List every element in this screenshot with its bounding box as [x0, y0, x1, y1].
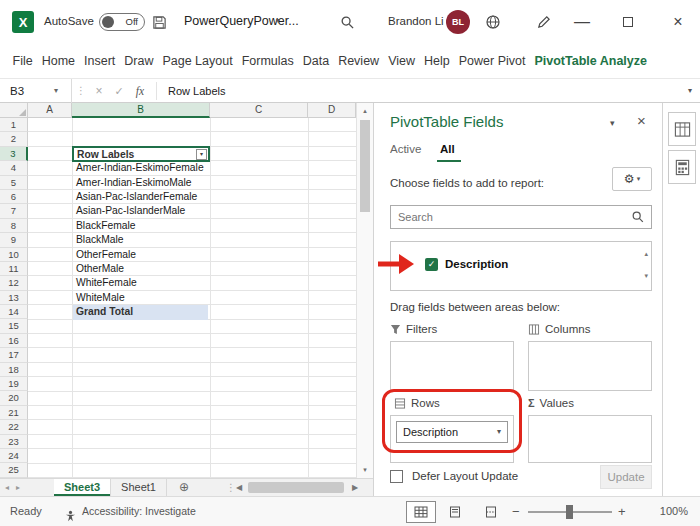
hscroll-right-icon[interactable]: ▶ — [352, 479, 358, 496]
side-strip-button-2[interactable] — [668, 150, 696, 184]
zoom-out-icon[interactable]: − — [512, 497, 520, 526]
scroll-down-icon[interactable]: ▾ — [357, 463, 373, 477]
expand-formula-bar-icon[interactable]: ▾ — [688, 79, 692, 103]
search-icon[interactable] — [338, 13, 356, 31]
row-header-23[interactable]: 23 — [0, 435, 28, 449]
document-title[interactable]: PowerQueryPower... — [184, 14, 299, 28]
pen-icon[interactable] — [534, 13, 552, 31]
hscroll-left-icon[interactable]: ◀ — [236, 479, 242, 496]
cell-b12[interactable]: WhiteFemale — [73, 276, 208, 290]
field-item-description[interactable]: ✓ Description — [391, 252, 637, 276]
zoom-slider-thumb[interactable] — [566, 505, 573, 519]
row-header-14[interactable]: 14 — [0, 305, 28, 319]
horizontal-scrollbar-thumb[interactable] — [248, 482, 344, 493]
row-header-19[interactable]: 19 — [0, 377, 28, 391]
ribbon-tab-pivottable-analyze[interactable]: PivotTable Analyze — [530, 54, 652, 68]
cell-area[interactable]: Row Labels ▾ Amer-Indian-EskimoFemale Am… — [28, 118, 356, 478]
name-box-chevron-icon[interactable]: ▾ — [54, 79, 58, 103]
rows-field-dropdown[interactable]: Description ▾ — [396, 421, 508, 443]
row-header-2[interactable]: 2 — [0, 132, 28, 146]
ribbon-tab-insert[interactable]: Insert — [80, 54, 120, 68]
defer-layout-checkbox[interactable] — [390, 470, 403, 483]
cell-b13[interactable]: WhiteMale — [73, 291, 208, 305]
field-checkbox-checked[interactable]: ✓ — [425, 258, 438, 271]
side-strip-button-1[interactable] — [668, 112, 696, 146]
row-header-25[interactable]: 25 — [0, 463, 28, 477]
values-drop-area[interactable] — [528, 415, 652, 463]
accessibility-status[interactable]: Accessibility: Investigate — [82, 497, 196, 526]
sheet-tab-sheet1[interactable]: Sheet1 — [111, 479, 167, 496]
cell-b5[interactable]: Amer-Indian-EskimoMale — [73, 176, 208, 190]
pane-tab-all[interactable]: All — [440, 143, 455, 155]
row-header-6[interactable]: 6 — [0, 190, 28, 204]
new-sheet-icon[interactable]: ⊕ — [179, 479, 189, 496]
vertical-scrollbar-thumb[interactable] — [360, 120, 370, 212]
field-list-scroll-up-icon[interactable]: ▴ — [644, 250, 648, 258]
filter-dropdown-icon[interactable]: ▾ — [196, 149, 207, 160]
save-icon[interactable] — [150, 13, 168, 31]
cell-b11[interactable]: OtherMale — [73, 262, 208, 276]
cell-b6[interactable]: Asian-Pac-IslanderFemale — [73, 190, 208, 204]
cancel-icon[interactable]: × — [92, 79, 106, 103]
search-input[interactable] — [398, 207, 623, 227]
autosave-toggle[interactable]: Off — [99, 13, 145, 31]
pane-close-icon[interactable]: × — [637, 112, 646, 129]
excel-logo-icon[interactable]: X — [12, 11, 34, 33]
ribbon-tab-help[interactable]: Help — [420, 54, 455, 68]
dropdown-chevron-icon[interactable]: ▾ — [497, 422, 501, 442]
zoom-level[interactable]: 100% — [660, 497, 688, 526]
row-header-12[interactable]: 12 — [0, 276, 28, 290]
sheet-tab-sheet3[interactable]: Sheet3 — [54, 479, 111, 496]
row-header-3[interactable]: 3 — [0, 147, 28, 161]
row-header-16[interactable]: 16 — [0, 334, 28, 348]
column-header-c[interactable]: C — [210, 103, 308, 118]
close-button[interactable]: × — [662, 0, 694, 44]
ribbon-tab-data[interactable]: Data — [298, 54, 333, 68]
cell-b8[interactable]: BlackFemale — [73, 219, 208, 233]
row-header-11[interactable]: 11 — [0, 262, 28, 276]
select-all-corner[interactable] — [0, 103, 28, 118]
row-header-4[interactable]: 4 — [0, 161, 28, 175]
ribbon-tab-formulas[interactable]: Formulas — [237, 54, 298, 68]
cell-b14-grand-total[interactable]: Grand Total — [73, 305, 208, 319]
field-search-box[interactable] — [390, 205, 652, 229]
row-header-13[interactable]: 13 — [0, 291, 28, 305]
row-header-20[interactable]: 20 — [0, 391, 28, 405]
cell-b4[interactable]: Amer-Indian-EskimoFemale — [73, 161, 208, 175]
row-header-9[interactable]: 9 — [0, 233, 28, 247]
row-header-17[interactable]: 17 — [0, 348, 28, 362]
column-header-b[interactable]: B — [72, 103, 210, 118]
row-header-15[interactable]: 15 — [0, 319, 28, 333]
update-button[interactable]: Update — [600, 465, 652, 489]
normal-view-button[interactable] — [406, 501, 436, 523]
field-list-scroll-down-icon[interactable]: ▾ — [644, 272, 648, 280]
search-icon[interactable] — [631, 210, 645, 228]
row-header-22[interactable]: 22 — [0, 420, 28, 434]
row-header-18[interactable]: 18 — [0, 363, 28, 377]
row-header-7[interactable]: 7 — [0, 204, 28, 218]
sheet-nav-right-icon[interactable]: ▸ — [16, 479, 20, 496]
ribbon-tab-power-pivot[interactable]: Power Pivot — [454, 54, 530, 68]
tools-button[interactable]: ⚙ ▾ — [612, 167, 652, 191]
cell-b10[interactable]: OtherFemale — [73, 248, 208, 262]
tab-splitter-icon[interactable]: ⋮ — [226, 479, 236, 496]
vertical-scrollbar[interactable]: ▴ ▾ — [356, 103, 373, 478]
name-box[interactable]: B3 — [0, 79, 72, 103]
sheet-nav-left-icon[interactable]: ◂ — [5, 479, 9, 496]
ribbon-tab-review[interactable]: Review — [334, 54, 384, 68]
column-header-a[interactable]: A — [28, 103, 72, 118]
ribbon-tab-view[interactable]: View — [384, 54, 420, 68]
ribbon-tab-file[interactable]: File — [8, 54, 37, 68]
row-header-10[interactable]: 10 — [0, 248, 28, 262]
row-header-24[interactable]: 24 — [0, 449, 28, 463]
maximize-button[interactable] — [612, 0, 644, 44]
insert-function-icon[interactable]: fx — [132, 79, 148, 103]
ribbon-tab-page-layout[interactable]: Page Layout — [158, 54, 237, 68]
row-header-21[interactable]: 21 — [0, 406, 28, 420]
ribbon-tab-draw[interactable]: Draw — [120, 54, 158, 68]
row-header-8[interactable]: 8 — [0, 219, 28, 233]
columns-drop-area[interactable] — [528, 341, 652, 391]
page-layout-view-button[interactable] — [440, 501, 470, 523]
row-header-5[interactable]: 5 — [0, 176, 28, 190]
page-break-view-button[interactable] — [476, 501, 506, 523]
